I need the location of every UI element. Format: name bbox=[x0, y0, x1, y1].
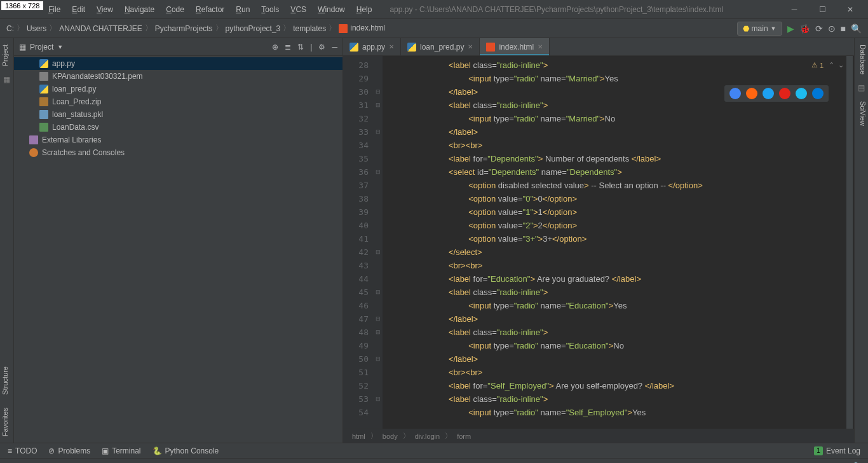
fold-marker[interactable] bbox=[374, 259, 383, 272]
editor-crumb[interactable]: div.login bbox=[415, 432, 440, 440]
tree-file-item[interactable]: Loan_Pred.zip bbox=[14, 95, 342, 108]
run-coverage-button[interactable]: ⟳ bbox=[815, 24, 823, 34]
fold-marker[interactable]: ⊟ bbox=[374, 326, 383, 339]
fold-marker[interactable]: ⊟ bbox=[374, 165, 383, 179]
fold-marker[interactable]: ⊟ bbox=[374, 312, 383, 326]
fold-gutter[interactable]: ⊟⊟⊟⊟⊟⊟⊟⊟⊟⊟ bbox=[374, 56, 383, 429]
editor-tab[interactable]: app.py✕ bbox=[343, 38, 401, 55]
inspection-badge[interactable]: ⚠ 1 bbox=[811, 61, 824, 69]
tree-lib-item[interactable]: Scratches and Consoles bbox=[14, 146, 342, 159]
toolwindow-terminal[interactable]: ▣Terminal bbox=[102, 446, 140, 455]
breadcrumb-item[interactable]: ANANDA CHATTERJEE bbox=[59, 24, 142, 33]
menu-refactor[interactable]: Refactor bbox=[191, 3, 229, 17]
project-tool-tab[interactable]: Project bbox=[0, 38, 13, 73]
browser-icon[interactable] bbox=[763, 88, 774, 99]
editor-tab[interactable]: loan_pred.py✕ bbox=[401, 38, 480, 55]
breadcrumb-item[interactable]: pythonProject_3 bbox=[226, 24, 281, 33]
fold-marker[interactable] bbox=[374, 139, 383, 152]
menu-code[interactable]: Code bbox=[161, 3, 189, 17]
tree-lib-item[interactable]: External Libraries bbox=[14, 134, 342, 146]
code-content[interactable]: <label class="radio-inline"> <input type… bbox=[383, 56, 854, 429]
fold-marker[interactable] bbox=[374, 339, 383, 352]
browser-icon[interactable] bbox=[812, 88, 824, 99]
tab-close-button[interactable]: ✕ bbox=[389, 43, 394, 50]
toolwindow-problems[interactable]: ⊘Problems bbox=[48, 446, 90, 455]
database-tool-tab[interactable]: Database bbox=[855, 38, 868, 81]
db-icon[interactable]: ▤ bbox=[855, 81, 868, 95]
tab-close-button[interactable]: ✕ bbox=[468, 43, 473, 50]
menu-navigate[interactable]: Navigate bbox=[119, 3, 159, 17]
close-button[interactable]: ✕ bbox=[837, 1, 863, 18]
fold-marker[interactable] bbox=[374, 272, 383, 286]
tree-file-item[interactable]: LoanData.csv bbox=[14, 121, 342, 134]
hide-button[interactable]: ─ bbox=[332, 43, 337, 52]
tree-file-item[interactable]: loan_status.pkl bbox=[14, 108, 342, 121]
run-configuration[interactable]: ⬣ main ▼ bbox=[737, 22, 782, 36]
settings-button[interactable]: ⚙ bbox=[318, 43, 325, 52]
menu-run[interactable]: Run bbox=[231, 3, 255, 17]
menu-vcs[interactable]: VCS bbox=[285, 3, 311, 17]
stop-button[interactable]: ■ bbox=[841, 24, 846, 34]
gutter-icon[interactable]: ▦ bbox=[0, 73, 13, 86]
breadcrumb-item[interactable]: C: bbox=[6, 24, 14, 33]
breadcrumb-item[interactable]: PycharmProjects bbox=[155, 24, 213, 33]
breadcrumb-item[interactable]: index.html bbox=[339, 24, 385, 33]
fold-marker[interactable]: ⊟ bbox=[374, 99, 383, 112]
scrollbar[interactable] bbox=[846, 56, 853, 429]
dropdown-icon[interactable]: ▼ bbox=[57, 44, 63, 50]
expand-all-button[interactable]: ≣ bbox=[285, 43, 291, 52]
menu-help[interactable]: Help bbox=[351, 3, 377, 17]
breadcrumb-item[interactable]: templates bbox=[293, 24, 326, 33]
fold-marker[interactable] bbox=[374, 192, 383, 205]
fold-marker[interactable] bbox=[374, 112, 383, 125]
menu-view[interactable]: View bbox=[92, 3, 118, 17]
profile-button[interactable]: ⊙ bbox=[828, 24, 836, 34]
editor-crumb[interactable]: html bbox=[352, 432, 365, 440]
debug-button[interactable]: 🐞 bbox=[799, 24, 810, 34]
line-gutter[interactable]: 2829303132333435363738394041424344454647… bbox=[343, 56, 374, 429]
fold-marker[interactable]: ⊟ bbox=[374, 286, 383, 299]
fold-marker[interactable] bbox=[374, 72, 383, 85]
next-highlight-button[interactable]: ⌄ bbox=[838, 61, 844, 69]
tree-file-item[interactable]: KPAnandatest030321.pem bbox=[14, 70, 342, 83]
favorites-tool-tab[interactable]: Favorites bbox=[0, 401, 13, 443]
locate-file-button[interactable]: ⊕ bbox=[272, 43, 278, 52]
fold-marker[interactable] bbox=[374, 59, 383, 72]
fold-marker[interactable] bbox=[374, 179, 383, 192]
sciview-tool-tab[interactable]: SciView bbox=[855, 95, 868, 132]
browser-icon[interactable] bbox=[779, 88, 790, 99]
editor-body[interactable]: 2829303132333435363738394041424344454647… bbox=[343, 56, 854, 429]
fold-marker[interactable] bbox=[374, 299, 383, 312]
structure-tool-tab[interactable]: Structure bbox=[0, 360, 13, 401]
toolwindow-python-console[interactable]: 🐍Python Console bbox=[153, 446, 219, 455]
fold-marker[interactable]: ⊟ bbox=[374, 392, 383, 406]
fold-marker[interactable]: ⊟ bbox=[374, 125, 383, 139]
fold-marker[interactable] bbox=[374, 205, 383, 219]
editor-tab[interactable]: index.html✕ bbox=[480, 38, 550, 55]
fold-marker[interactable] bbox=[374, 152, 383, 165]
maximize-button[interactable]: ☐ bbox=[810, 1, 835, 18]
fold-marker[interactable] bbox=[374, 219, 383, 232]
browser-icon[interactable] bbox=[746, 88, 757, 99]
breadcrumb-item[interactable]: Users bbox=[27, 24, 46, 33]
minimize-button[interactable]: ─ bbox=[782, 1, 807, 18]
search-everywhere-button[interactable]: 🔍 bbox=[851, 24, 862, 34]
editor-crumb[interactable]: form bbox=[457, 432, 471, 440]
tree-file-item[interactable]: loan_pred.py bbox=[14, 83, 342, 95]
prev-highlight-button[interactable]: ⌃ bbox=[829, 61, 834, 69]
tab-close-button[interactable]: ✕ bbox=[538, 43, 543, 50]
menu-file[interactable]: File bbox=[43, 3, 65, 17]
fold-marker[interactable]: ⊟ bbox=[374, 352, 383, 366]
editor-crumb[interactable]: body bbox=[383, 432, 398, 440]
event-log-button[interactable]: 1 Event Log bbox=[814, 446, 860, 455]
collapse-all-button[interactable]: ⇅ bbox=[297, 43, 304, 52]
run-button[interactable]: ▶ bbox=[787, 24, 794, 34]
fold-marker[interactable] bbox=[374, 232, 383, 245]
fold-marker[interactable] bbox=[374, 366, 383, 379]
browser-icon[interactable] bbox=[729, 88, 741, 99]
toolwindow-todo[interactable]: ≡TODO bbox=[8, 446, 37, 455]
fold-marker[interactable] bbox=[374, 406, 383, 419]
browser-icon[interactable] bbox=[796, 88, 807, 99]
fold-marker[interactable] bbox=[374, 379, 383, 392]
menu-edit[interactable]: Edit bbox=[67, 3, 90, 17]
